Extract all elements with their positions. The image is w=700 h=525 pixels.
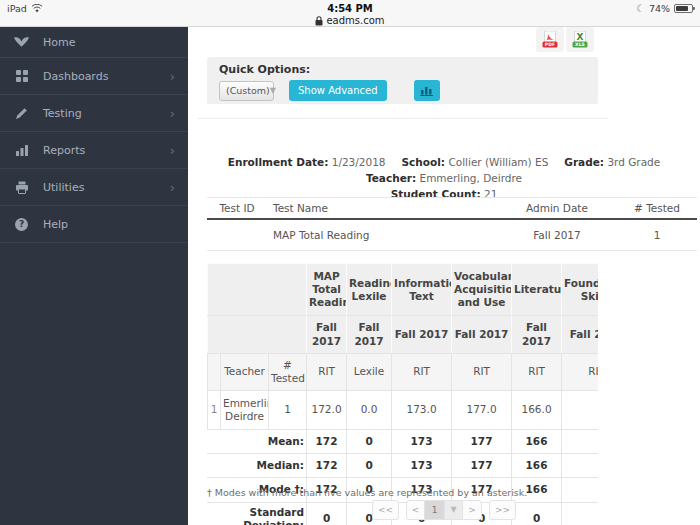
summary-value-cell: 177 [452, 454, 512, 478]
summary-value-cell: 166 [512, 430, 562, 454]
chart-view-button[interactable] [414, 80, 440, 101]
first-page-button[interactable]: << [372, 500, 399, 520]
chart-icon [420, 85, 433, 96]
row-number-cell: 1 [208, 390, 221, 429]
status-bar: iPad 4:54 PM ☾ 74% eadms.com [0, 0, 700, 27]
summary-row-label: Mean: [208, 430, 307, 454]
chevron-right-icon: › [170, 107, 175, 120]
main-content: PDF X XLS Quick Options: (Custom) ▼ Show [188, 27, 700, 525]
school-value: Collier (William) ES [448, 156, 548, 168]
admin-date-cell: Fall 2017 [497, 219, 617, 251]
bar-chart-icon [13, 143, 30, 157]
export-pdf-button[interactable]: PDF [536, 27, 564, 52]
metric-col-header: Teacher [221, 353, 269, 390]
col-header-num-tested: # Tested [617, 198, 697, 220]
summary-value-cell [562, 454, 598, 478]
summary-value-cell: 177 [452, 430, 512, 454]
score-cell: 172.0 [307, 390, 347, 429]
svg-text:XLS: XLS [575, 42, 585, 47]
summary-value-cell: 166 [512, 454, 562, 478]
col-header-test-name: Test Name [267, 198, 497, 220]
test-id-cell [207, 219, 267, 251]
export-excel-button[interactable]: X XLS [566, 27, 594, 52]
median-row: Median: 172 0 173 177 166 [208, 454, 599, 478]
score-cell: 177.0 [452, 390, 512, 429]
summary-value-cell: 173 [392, 454, 452, 478]
teacher-value: Emmerling, Deirdre [420, 172, 523, 184]
sidebar-item-home[interactable]: Home [0, 27, 188, 58]
summary-row-label: Median: [208, 454, 307, 478]
results-header-tests: MAP Total Reading Reading Lexile Informa… [208, 264, 599, 316]
next-page-button[interactable]: > [463, 501, 481, 519]
test-col-header: Informational Text [392, 264, 452, 316]
metric-col-header: RIT [512, 353, 562, 390]
sidebar-item-label: Dashboards [43, 70, 170, 83]
mode-footnote: † Modes with more than five values are r… [207, 487, 527, 498]
enrollment-date-value: 1/23/2018 [332, 156, 386, 168]
summary-value-cell: 173 [392, 430, 452, 454]
show-advanced-button[interactable]: Show Advanced [289, 80, 387, 101]
prev-page-button[interactable]: < [407, 501, 425, 519]
quick-options-select[interactable]: (Custom) ▼ [219, 81, 274, 101]
quick-options-title: Quick Options: [219, 63, 586, 76]
summary-value-cell: 172 [307, 454, 347, 478]
pdf-icon: PDF [542, 31, 558, 49]
sidebar-item-label: Testing [43, 107, 170, 120]
results-grid: MAP Total Reading Reading Lexile Informa… [207, 263, 598, 525]
sidebar-item-testing[interactable]: Testing › [0, 95, 188, 132]
current-page-indicator[interactable]: 1 [425, 501, 445, 519]
clock: 4:54 PM [0, 3, 700, 14]
teacher-result-row[interactable]: 1 Emmerling, Deirdre 1 172.0 0.0 173.0 1… [208, 390, 599, 429]
results-grid-scroll-area[interactable]: MAP Total Reading Reading Lexile Informa… [207, 263, 598, 525]
quick-options-panel: Quick Options: (Custom) ▼ Show Advanced [207, 57, 598, 104]
test-row[interactable]: MAP Total Reading Fall 2017 1 [207, 219, 697, 251]
chevron-right-icon: › [170, 144, 175, 157]
sidebar-item-label: Utilities [43, 181, 170, 194]
test-col-header: MAP Total Reading [307, 264, 347, 316]
chevron-down-icon: ▼ [270, 86, 276, 95]
chevron-right-icon: › [170, 70, 175, 83]
sidebar-item-dashboards[interactable]: Dashboards › [0, 58, 188, 95]
test-col-header: Foundational Skills [562, 264, 598, 316]
term-col-header: Fall 2017 [347, 316, 392, 353]
url-host: eadms.com [326, 15, 384, 26]
test-col-header: Literature [512, 264, 562, 316]
test-name-cell: MAP Total Reading [267, 219, 497, 251]
summary-value-cell [562, 430, 598, 454]
summary-value-cell: 0 [347, 454, 392, 478]
summary-value-cell: 0 [347, 430, 392, 454]
col-header-admin-date: Admin Date [497, 198, 617, 220]
grid-icon [13, 69, 30, 83]
sidebar-item-label: Help [43, 218, 175, 231]
svg-text:X: X [577, 32, 584, 42]
sidebar-item-reports[interactable]: Reports › [0, 132, 188, 169]
grade-value: 3rd Grade [607, 156, 660, 168]
sidebar-item-help[interactable]: ? Help [0, 206, 188, 243]
num-tested-cell: 1 [617, 219, 697, 251]
printer-icon [13, 180, 30, 194]
grade-label: Grade: [564, 156, 604, 168]
summary-value-cell: 172 [307, 430, 347, 454]
sidebar-item-utilities[interactable]: Utilities › [0, 169, 188, 206]
metric-col-header [208, 353, 221, 390]
term-col-header: Fall 2017 [392, 316, 452, 353]
question-icon: ? [13, 217, 30, 231]
export-buttons: PDF X XLS [536, 27, 594, 52]
score-cell: 166.0 [512, 390, 562, 429]
score-cell: 0.0 [347, 390, 392, 429]
col-header-test-id: Test ID [207, 198, 267, 220]
page-selector-group: < 1 ▼ > [406, 500, 482, 520]
metric-col-header: Lexile [347, 353, 392, 390]
report-summary: Enrollment Date: 1/23/2018School: Collie… [188, 154, 700, 202]
pencil-icon [13, 106, 30, 120]
page-dropdown-caret[interactable]: ▼ [445, 501, 463, 519]
test-col-header: Vocabulary Acquisition and Use [452, 264, 512, 316]
metric-col-header: RIT [392, 353, 452, 390]
chevron-right-icon: › [170, 181, 175, 194]
logo-bird-icon [13, 35, 30, 49]
last-page-button[interactable]: >> [489, 500, 516, 520]
score-cell: 173.0 [392, 390, 452, 429]
excel-icon: X XLS [572, 31, 588, 49]
lock-icon [315, 16, 323, 26]
section-divider [198, 118, 608, 119]
